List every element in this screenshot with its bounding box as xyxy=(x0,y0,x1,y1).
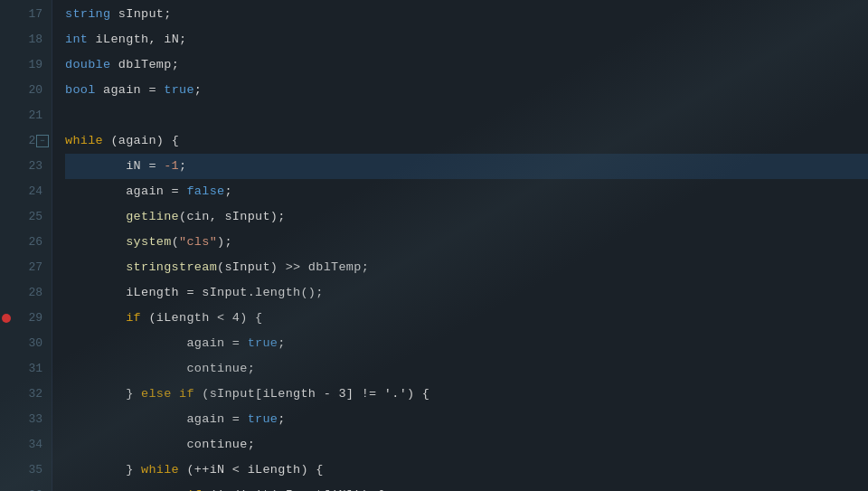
line-number-26: 26 xyxy=(0,230,52,255)
token: } xyxy=(65,382,141,407)
code-line-33: continue; xyxy=(65,432,868,458)
token: again = xyxy=(65,331,248,356)
token: "cls" xyxy=(179,230,217,255)
line-number-23: 23 xyxy=(0,154,52,179)
line-number-30: 30 xyxy=(0,331,52,356)
token: (isdigit(sInput[iN])) { xyxy=(202,483,384,491)
line-number-27: 27 xyxy=(0,255,52,280)
token: ; xyxy=(224,179,231,204)
token: iLength = sInput.length(); xyxy=(65,280,324,306)
token: continue; xyxy=(65,432,255,458)
token: iLength, iN; xyxy=(88,27,186,52)
code-line-27: iLength = sInput.length(); xyxy=(65,280,868,306)
token: (iLength < 4) { xyxy=(141,306,262,331)
token: ; xyxy=(194,78,202,103)
token: again = xyxy=(65,407,248,432)
token: (sInput[iLength - 3] != '.') { xyxy=(194,382,429,407)
token: false xyxy=(186,179,224,204)
line-number-28: 28 xyxy=(0,280,52,306)
code-line-29: again = true; xyxy=(65,331,868,356)
line-number-33: 33 xyxy=(0,407,52,432)
line-number-29: 29 xyxy=(0,306,52,331)
token: if xyxy=(65,483,202,491)
token: (sInput) >> dblTemp; xyxy=(217,255,369,280)
code-line-20: bool again = true; xyxy=(65,78,868,103)
token: again = xyxy=(65,179,186,204)
token: ; xyxy=(278,407,285,432)
code-line-18: int iLength, iN; xyxy=(65,27,868,52)
line-number-22: 22− xyxy=(0,128,52,154)
code-line-30: continue; xyxy=(65,356,868,382)
code-line-22: iN = -1; xyxy=(65,154,868,179)
line-number-20: 20 xyxy=(0,78,52,103)
code-line-25: system("cls"); xyxy=(65,230,868,255)
token: string xyxy=(65,2,110,27)
code-line-23: again = false; xyxy=(65,179,868,204)
token: while xyxy=(141,458,179,483)
token: ; xyxy=(278,331,285,356)
code-line-26: stringstream(sInput) >> dblTemp; xyxy=(65,255,868,280)
token: iN = xyxy=(65,154,164,179)
code-line-24: getline(cin, sInput); xyxy=(65,204,868,230)
line-number-31: 31 xyxy=(0,356,52,382)
line-number-18: 18 xyxy=(0,27,52,52)
line-number-34: 34 xyxy=(0,432,52,458)
line-number-19: 19 xyxy=(0,52,52,78)
code-editor: 171819202122−232425262728293031323334353… xyxy=(0,0,868,491)
token: again = xyxy=(96,78,165,103)
token: continue; xyxy=(65,356,255,382)
token: int xyxy=(65,27,88,52)
token: ); xyxy=(217,230,232,255)
token: ; xyxy=(179,154,186,179)
code-line-21: while (again) { xyxy=(65,128,868,154)
code-line-35: if (isdigit(sInput[iN])) { xyxy=(65,483,868,491)
line-number-25: 25 xyxy=(0,204,52,230)
token: stringstream xyxy=(65,255,217,280)
token: true xyxy=(248,331,278,356)
breakpoint-indicator[interactable] xyxy=(2,314,11,323)
token: (++iN < iLength) { xyxy=(179,458,324,483)
token: while xyxy=(65,128,103,154)
token: getline xyxy=(65,204,179,230)
token: -1 xyxy=(164,154,179,179)
code-area: string sInput;int iLength, iN;double dbl… xyxy=(52,0,868,491)
line-number-35: 35 xyxy=(0,458,52,483)
token: system xyxy=(65,230,172,255)
line-number-21: 21 xyxy=(0,103,52,128)
token: true xyxy=(248,407,278,432)
code-line-19: double dblTemp; xyxy=(65,52,868,78)
token: if xyxy=(65,306,141,331)
token: } xyxy=(65,458,141,483)
code-line-17: string sInput; xyxy=(65,2,868,27)
token: ( xyxy=(172,230,179,255)
token: (cin, sInput); xyxy=(179,204,286,230)
code-line-34: } while (++iN < iLength) { xyxy=(65,458,868,483)
token: sInput; xyxy=(110,2,171,27)
code-line-28: if (iLength < 4) { xyxy=(65,306,868,331)
line-number-32: 32 xyxy=(0,382,52,407)
token: else if xyxy=(141,382,194,407)
token: bool xyxy=(65,78,96,103)
code-line-32: again = true; xyxy=(65,407,868,432)
token: true xyxy=(164,78,194,103)
token: (again) { xyxy=(103,128,179,154)
code-line-31: } else if (sInput[iLength - 3] != '.') { xyxy=(65,382,868,407)
token: double xyxy=(65,52,110,78)
token: dblTemp; xyxy=(110,52,179,78)
fold-arrow[interactable]: − xyxy=(36,135,49,147)
line-number-17: 17 xyxy=(0,2,52,27)
line-number-24: 24 xyxy=(0,179,52,204)
line-number-36: 36 xyxy=(0,483,52,491)
line-gutter: 171819202122−232425262728293031323334353… xyxy=(0,0,52,491)
code-line-blank xyxy=(65,103,868,128)
